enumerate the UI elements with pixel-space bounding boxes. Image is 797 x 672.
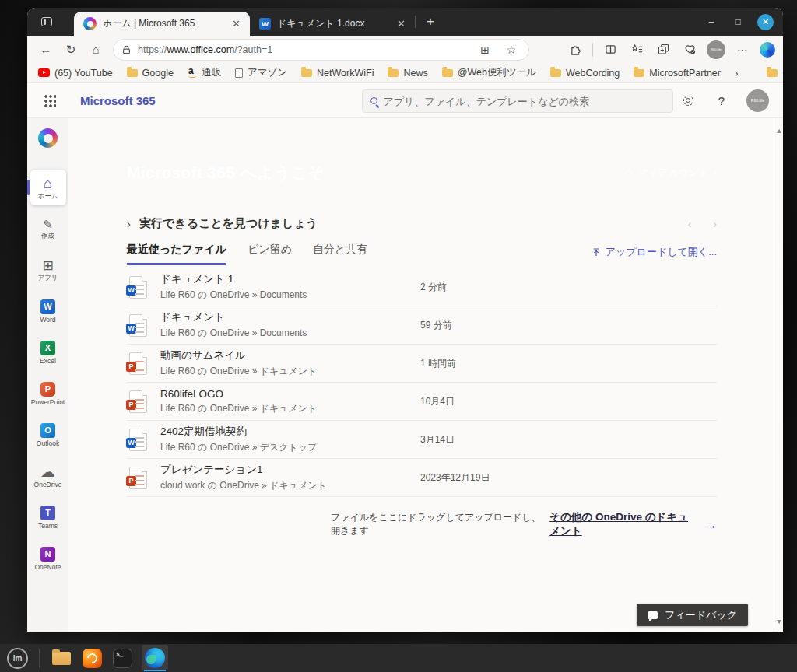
mint-menu-button[interactable]: lm — [7, 648, 28, 669]
my-account-link[interactable]: ◇ マイアカウント › — [624, 166, 717, 180]
tab-close-icon[interactable]: ✕ — [230, 18, 242, 30]
file-type-icon: W — [129, 314, 147, 337]
search-input[interactable] — [384, 96, 665, 107]
rail-item[interactable]: ⊞ アプリ — [30, 252, 67, 288]
expand-chevron-icon[interactable]: › — [127, 217, 131, 230]
maximize-button[interactable]: □ — [731, 15, 745, 29]
rail-item-label: OneDrive — [34, 481, 62, 488]
file-type-icon: P — [129, 390, 147, 413]
browser-profile-avatar[interactable]: R60.life — [707, 40, 725, 59]
m365-search-box[interactable] — [362, 89, 673, 113]
more-onedrive-documents-link[interactable]: その他の OneDrive のドキュメント → — [549, 510, 717, 538]
bookmark-item[interactable]: MicrosoftPartner — [634, 68, 721, 79]
address-bar[interactable]: https://www.office.com/?auth=1 ⊞ ☆ — [113, 39, 529, 61]
edge-browser-icon-active[interactable] — [142, 645, 168, 671]
bookmark-label: News — [403, 68, 427, 79]
scrollbar[interactable] — [774, 118, 783, 632]
file-date: 10月4日 — [420, 395, 455, 408]
rail-app-icon: ☁ — [40, 464, 55, 479]
bookmark-label: Google — [142, 68, 174, 79]
firefox-icon[interactable] — [81, 647, 103, 669]
settings-more-icon[interactable]: ⋯ — [733, 40, 752, 59]
collections-icon[interactable] — [654, 40, 672, 59]
app-launcher-waffle-icon[interactable] — [38, 89, 61, 112]
split-screen-icon[interactable]: ⊞ — [476, 40, 494, 59]
split-window-icon[interactable] — [601, 40, 620, 59]
rail-item[interactable]: P PowerPoint — [30, 376, 67, 411]
bookmark-item[interactable]: (65) YouTube — [38, 68, 113, 79]
rail-item[interactable]: T Teams — [30, 499, 67, 535]
rail-item[interactable]: X Excel — [30, 334, 67, 370]
rail-item[interactable]: ✎ 作成 — [30, 211, 67, 247]
upload-icon — [592, 247, 601, 257]
terminal-icon[interactable]: $_ — [111, 647, 133, 669]
diamond-icon: ◇ — [624, 166, 633, 179]
bookmark-item[interactable]: Google — [127, 68, 174, 79]
file-row[interactable]: P 動画のサムネイル Life R60 の OneDrive » ドキュメント … — [127, 345, 717, 383]
bookmark-icon — [634, 69, 644, 77]
extensions-icon[interactable] — [566, 40, 585, 59]
discover-section-title[interactable]: 実行できることを見つけましょう — [139, 216, 318, 231]
minimize-button[interactable]: – — [704, 15, 718, 29]
upload-and-open-link[interactable]: アップロードして開く... — [592, 245, 717, 265]
arrow-right-icon: → — [705, 518, 717, 531]
back-button[interactable]: ← — [35, 39, 57, 61]
rail-app-icon: P — [40, 382, 55, 397]
rail-item[interactable]: ⌂ ホーム — [30, 170, 66, 205]
settings-gear-icon[interactable] — [679, 92, 697, 109]
browser-window: ホーム | Microsoft 365 ✕ W ドキュメント 1.docx ✕ … — [27, 8, 783, 632]
rail-item-label: PowerPoint — [31, 399, 65, 406]
folder-icon — [767, 69, 778, 77]
bookmark-item[interactable]: WebCording — [550, 68, 620, 79]
feedback-button[interactable]: フィードバック — [637, 604, 748, 626]
favorites-hub-icon[interactable] — [627, 40, 646, 59]
carousel-prev-icon[interactable]: ‹ — [688, 218, 692, 230]
rail-item[interactable]: N OneNote — [30, 541, 67, 576]
copilot-icon[interactable] — [760, 42, 775, 58]
close-button[interactable]: ✕ — [757, 14, 774, 30]
carousel-next-icon[interactable]: › — [713, 218, 717, 230]
rail-item[interactable]: O Outlook — [30, 417, 67, 453]
new-tab-button[interactable]: + — [420, 12, 441, 32]
file-row[interactable]: P R60lifeLOGO Life R60 の OneDrive » ドキュメ… — [127, 383, 717, 421]
file-location: Life R60 の OneDrive » Documents — [160, 327, 307, 340]
bookmark-item[interactable]: アマゾン — [235, 66, 287, 79]
bookmark-label: 通販 — [202, 66, 221, 79]
bookmark-item[interactable]: 通販 — [188, 66, 221, 79]
rail-item-label: OneNote — [34, 564, 61, 571]
tab-recent-files[interactable]: 最近使ったファイル — [127, 243, 226, 265]
browser-essentials-icon[interactable] — [680, 40, 699, 59]
bookmark-item[interactable]: @Web便利ツール — [442, 66, 536, 79]
favorite-star-icon[interactable]: ☆ — [502, 40, 521, 59]
browser-home-button[interactable]: ⌂ — [85, 39, 107, 61]
tab-pinned[interactable]: ピン留め — [248, 243, 292, 265]
rail-item[interactable]: W Word — [30, 293, 67, 329]
bookmark-item[interactable]: News — [388, 68, 427, 79]
rail-item[interactable]: ☁ OneDrive — [30, 458, 67, 494]
help-icon[interactable]: ? — [713, 92, 730, 109]
m365-brand[interactable]: Microsoft 365 — [80, 94, 156, 107]
file-location: Life R60 の OneDrive » ドキュメント — [160, 365, 317, 378]
file-location: cloud work の OneDrive » ドキュメント — [160, 479, 327, 492]
file-row[interactable]: P プレゼンテーション1 cloud work の OneDrive » ドキュ… — [127, 459, 717, 497]
file-row[interactable]: W ドキュメント 1 Life R60 の OneDrive » Documen… — [127, 268, 717, 306]
file-row[interactable]: W ドキュメント Life R60 の OneDrive » Documents… — [127, 306, 717, 345]
bookmark-item[interactable]: NetWorkWiFi — [301, 68, 374, 79]
tab-document-docx[interactable]: W ドキュメント 1.docx ✕ — [250, 12, 415, 36]
rail-item-label: 作成 — [41, 233, 54, 240]
scroll-down-icon[interactable] — [777, 620, 781, 624]
tab-list-button[interactable] — [37, 12, 57, 32]
tab-home-m365[interactable]: ホーム | Microsoft 365 ✕ — [74, 12, 250, 36]
account-avatar[interactable]: R60.life — [746, 89, 769, 112]
tab-close-icon[interactable]: ✕ — [395, 18, 407, 30]
rail-item-label: Teams — [38, 523, 58, 530]
scroll-up-icon[interactable] — [777, 129, 781, 133]
other-favorites-folder[interactable]: その他のお気に入り — [767, 66, 783, 79]
file-row[interactable]: W 2402定期借地契約 Life R60 の OneDrive » デスクトッ… — [127, 421, 717, 459]
file-type-icon: P — [129, 467, 147, 489]
bookmarks-overflow-chevron[interactable]: › — [735, 67, 739, 79]
reload-button[interactable]: ↻ — [60, 39, 82, 61]
rail-item[interactable] — [30, 126, 67, 152]
tab-shared-with-me[interactable]: 自分と共有 — [313, 243, 367, 265]
file-manager-icon[interactable] — [51, 647, 72, 669]
